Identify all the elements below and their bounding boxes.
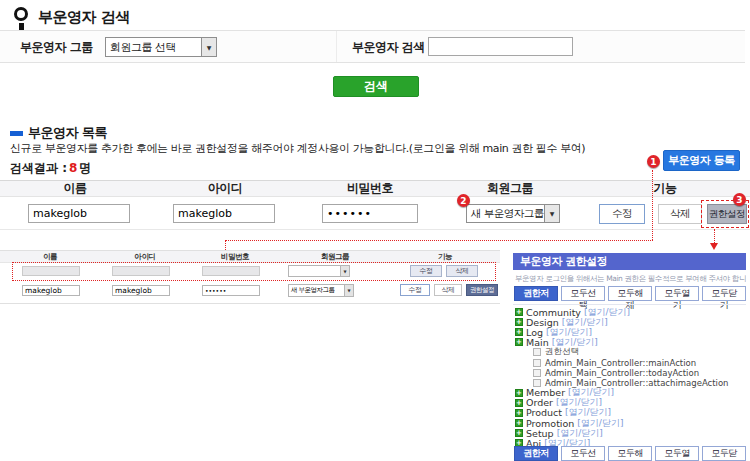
perm-buttons-top: 권한저장모두선택모두해제모두열기모두닫기 [514, 286, 746, 301]
deselect-all-button[interactable]: 모두해제 [608, 446, 652, 461]
tree-node-member: +Member[열기/닫기] [515, 388, 746, 398]
inset-empty-group-select[interactable]: ▼ [288, 265, 350, 277]
result-label: 검색결과 : [10, 161, 67, 175]
inset-row-edit-button[interactable]: 수정 [400, 284, 430, 296]
open-all-button[interactable]: 모두열기 [655, 446, 699, 461]
name-input[interactable] [28, 204, 130, 223]
member-group-select-value: 회원그룹 선택 [106, 38, 201, 56]
edit-button[interactable]: 수정 [599, 204, 645, 224]
perm-buttons-bottom: 권한저장모두선택모두해제모두열기모두닫기 [514, 446, 746, 461]
select-all-button[interactable]: 모두선택 [561, 286, 605, 301]
expand-icon[interactable]: + [515, 338, 523, 346]
inset-empty-name-input[interactable] [22, 266, 80, 276]
operator-group-label: 부운영자 그룹 [20, 38, 93, 55]
row-group-select[interactable]: 새 부운영자그룹 ▼ [466, 204, 560, 223]
inset-group-select-value: 새 부운영자그룹 [289, 285, 344, 296]
permission-checkbox[interactable] [533, 379, 541, 387]
permission-checkbox[interactable] [533, 369, 541, 377]
result-count-line: 검색결과 :8명 [10, 160, 91, 177]
expand-icon[interactable]: + [515, 389, 523, 397]
permission-label: Admin_Main_Controller::mainAction [545, 358, 696, 368]
password-input[interactable] [322, 204, 418, 223]
inset-password-input[interactable] [202, 285, 260, 296]
inset-col-actions: 기능 [390, 251, 500, 262]
inset-col-password: 비밀번호 [190, 251, 280, 262]
search-button[interactable]: 검색 [333, 76, 419, 97]
tree-permission-item: Admin_Main_Controller::todayAction [515, 368, 746, 378]
panel-guide-text: 부운영자 로그인을 위해서는 Main 권한은 필수적으로 부여해 주셔야 합니… [515, 274, 746, 284]
inset-bottom-border [0, 303, 500, 304]
tree-node-community: +Community[열기/닫기] [515, 307, 746, 317]
panel-title: 부운영자 권한설정 [513, 253, 746, 270]
member-group-select[interactable]: 회원그룹 선택 ▼ [105, 37, 217, 57]
search-filter-bar: 부운영자 그룹 회원그룹 선택 ▼ 부운영자 검색 [0, 30, 745, 63]
chevron-down-icon: ▼ [344, 285, 353, 296]
inset-id-input[interactable] [112, 285, 170, 296]
tree-node-log: +Log[열기/닫기] [515, 327, 746, 337]
section-dash-icon [10, 131, 23, 136]
page-title: 부운영자 검색 [38, 8, 130, 27]
inset-empty-id-input[interactable] [112, 266, 170, 276]
inset-name-input[interactable] [22, 285, 80, 296]
guide-line-step1-across [225, 240, 653, 241]
inset-edit-button[interactable]: 수정 [410, 265, 442, 277]
tree-permission-item: 권한선택 [515, 347, 746, 357]
guide-line-step3-down [714, 229, 715, 243]
col-actions: 기능 [580, 181, 750, 196]
expand-icon[interactable]: + [515, 328, 523, 336]
inset-col-id: 아이디 [100, 251, 190, 262]
col-id: 아이디 [150, 181, 300, 196]
permission-checkbox[interactable] [533, 348, 541, 356]
expand-icon[interactable]: + [515, 409, 523, 417]
select-all-button[interactable]: 모두선택 [561, 446, 605, 461]
list-section-title: 부운영자 목록 [28, 124, 107, 142]
col-name: 이름 [0, 181, 150, 196]
tree-permission-item: Admin_Main_Controller::mainAction [515, 357, 746, 367]
delete-button[interactable]: 삭제 [658, 204, 702, 224]
sub-operator-admin-page: 부운영자 검색 부운영자 그룹 회원그룹 선택 ▼ 부운영자 검색 검색 부운영… [0, 0, 750, 461]
register-operator-button[interactable]: 부운영자 등록 [663, 150, 740, 171]
tree-permission-item: Admin_Main_Controller::attachimageAction [515, 378, 746, 388]
chevron-down-icon: ▼ [544, 205, 559, 222]
operator-table-row: 새 부운영자그룹 ▼ 수정 삭제 권한설정 [0, 197, 750, 230]
magnifier-icon [14, 7, 28, 21]
permission-settings-panel: 부운영자 권한설정 부운영자 로그인을 위해서는 Main 권한은 필수적으로 … [513, 253, 746, 461]
chevron-down-icon: ▼ [340, 266, 349, 276]
list-section-notice: 신규로 부운영자를 추가한 후에는 바로 권한설정을 해주어야 계정사용이 가능… [10, 141, 585, 156]
guide-line-step1-down [652, 170, 653, 240]
save-permissions-button[interactable]: 권한저장 [514, 446, 558, 461]
id-input[interactable] [173, 204, 275, 223]
step-3-badge: 3 [733, 193, 746, 206]
tree-node-order: +Order[열기/닫기] [515, 398, 746, 408]
operator-table-header: 이름 아이디 비밀번호 회원그룹 기능 [0, 180, 750, 197]
inset-group-select[interactable]: 새 부운영자그룹 ▼ [288, 284, 354, 297]
permission-tree: +Community[열기/닫기]+Design[열기/닫기]+Log[열기/닫… [515, 307, 746, 448]
step-1-badge: 1 [647, 155, 660, 168]
close-all-button[interactable]: 모두닫기 [702, 286, 746, 301]
expand-icon[interactable]: + [515, 429, 523, 437]
expand-icon[interactable]: + [515, 318, 523, 326]
permission-label: Admin_Main_Controller::todayAction [545, 368, 699, 378]
deselect-all-button[interactable]: 모두해제 [608, 286, 652, 301]
inset-col-name: 이름 [0, 251, 100, 262]
operator-search-label: 부운영자 검색 [352, 38, 425, 55]
step-2-badge: 2 [457, 194, 470, 207]
inset-row-delete-button[interactable]: 삭제 [434, 284, 462, 296]
permission-checkbox[interactable] [533, 359, 541, 367]
cell-divider [336, 31, 337, 62]
expand-icon[interactable]: + [515, 399, 523, 407]
open-all-button[interactable]: 모두열기 [655, 286, 699, 301]
inset-delete-button[interactable]: 삭제 [446, 265, 478, 277]
inset-row-permission-button[interactable]: 권한설정 [466, 284, 498, 296]
chevron-down-icon: ▼ [201, 38, 216, 56]
close-all-button[interactable]: 모두닫기 [702, 446, 746, 461]
operator-search-input[interactable] [428, 37, 573, 56]
expand-icon[interactable]: + [515, 308, 523, 316]
guide-arrow-icon [710, 243, 718, 250]
save-permissions-button[interactable]: 권한저장 [514, 286, 558, 301]
expand-icon[interactable]: + [515, 419, 523, 427]
col-password: 비밀번호 [300, 181, 440, 196]
inset-empty-password-input[interactable] [202, 266, 260, 276]
row-group-select-value: 새 부운영자그룹 [467, 205, 544, 222]
result-unit: 명 [79, 161, 91, 175]
